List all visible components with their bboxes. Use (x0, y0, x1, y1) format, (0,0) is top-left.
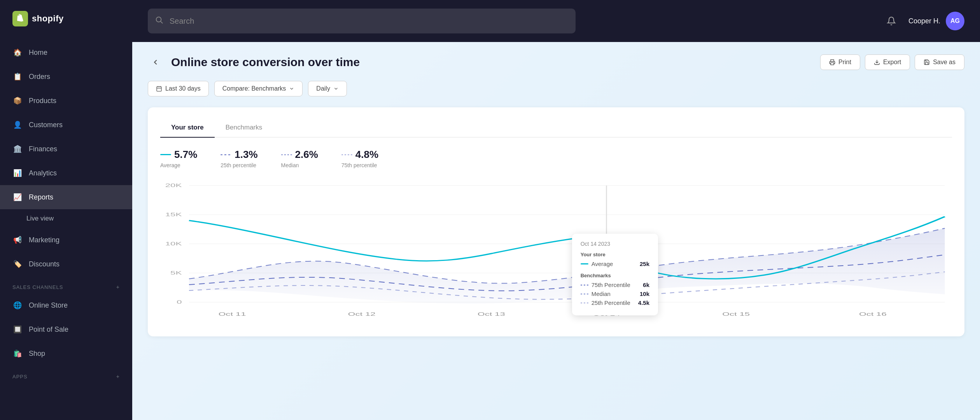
metric-average-value: 5.7% (160, 149, 197, 161)
sales-channels-section: Sales channels + (0, 276, 132, 293)
svg-text:10K: 10K (165, 241, 182, 247)
shop-icon: 🛍️ (12, 348, 23, 359)
shopify-logo-icon (12, 11, 28, 26)
discounts-icon: 🏷️ (12, 259, 23, 269)
median-line-indicator (281, 154, 292, 155)
tooltip-average-label-wrap: Average (581, 261, 613, 267)
svg-text:Oct 16: Oct 16 (859, 312, 887, 317)
tooltip-median-row: Median 10k (581, 290, 649, 297)
sales-channels-expand-icon[interactable]: + (116, 284, 120, 290)
svg-text:Oct 11: Oct 11 (219, 312, 246, 317)
svg-rect-4 (157, 87, 161, 91)
sidebar-item-products[interactable]: 📦 Products (0, 89, 132, 113)
metric-average-label: Average (160, 162, 197, 168)
main-content: Cooper H. AG Online store conversion ove… (132, 0, 980, 420)
tooltip-p25-label: 25th Percentile (592, 299, 630, 306)
tab-your-store[interactable]: Your store (160, 118, 215, 138)
tooltip-average-row: Average 25k (581, 261, 649, 267)
date-range-label: Last 30 days (165, 85, 201, 92)
tooltip-median-label: Median (592, 290, 611, 297)
sidebar-item-analytics[interactable]: 📊 Analytics (0, 161, 132, 185)
report-title-row: Online store conversion over time (148, 54, 360, 70)
customers-icon: 👤 (12, 120, 23, 130)
svg-point-0 (156, 17, 161, 22)
search-input[interactable] (148, 9, 576, 33)
export-button[interactable]: Export (865, 54, 910, 70)
sidebar-item-orders[interactable]: 📋 Orders (0, 65, 132, 89)
svg-text:15K: 15K (165, 212, 182, 217)
shopify-logo-text: shopify (32, 14, 64, 24)
sidebar-item-label-discounts: Discounts (29, 260, 60, 268)
sidebar-item-label-live-view: Live view (26, 215, 54, 222)
frequency-filter[interactable]: Daily (308, 81, 347, 96)
chart-area: 20K 15K 10K 5K 0 (160, 178, 952, 326)
sidebar-item-online-store[interactable]: 🌐 Online Store (0, 293, 132, 317)
tooltip-p75-label-wrap: 75th Percentile (581, 282, 630, 288)
sidebar-nav: 🏠 Home 📋 Orders 📦 Products 👤 Customers 🏛… (0, 37, 132, 420)
sidebar-item-label-point-of-sale: Point of Sale (29, 326, 68, 334)
svg-line-1 (161, 21, 163, 23)
metric-median: 2.6% Median (281, 149, 318, 168)
save-as-button[interactable]: Save as (915, 54, 964, 70)
compare-label: Compare: Benchmarks (222, 85, 286, 92)
sidebar-item-live-view[interactable]: Live view (0, 209, 132, 228)
tooltip-median-line (581, 294, 588, 294)
user-profile[interactable]: Cooper H. AG (908, 12, 964, 30)
user-name: Cooper H. (908, 17, 940, 25)
apps-section: Apps + (0, 366, 132, 383)
sidebar-item-label-shop: Shop (29, 350, 45, 358)
apps-expand-icon[interactable]: + (116, 373, 120, 380)
sidebar-item-discounts[interactable]: 🏷️ Discounts (0, 252, 132, 276)
report-page: Online store conversion over time Print (132, 42, 980, 420)
chart-tooltip: Oct 14 2023 Your store Average 25k Bench… (572, 234, 658, 315)
back-button[interactable] (148, 54, 163, 70)
tab-benchmarks[interactable]: Benchmarks (215, 118, 273, 138)
analytics-icon: 📊 (12, 168, 23, 178)
products-icon: 📦 (12, 96, 23, 106)
report-title: Online store conversion over time (171, 56, 360, 69)
metric-25th-value: 1.3% (220, 149, 257, 161)
tooltip-p75-row: 75th Percentile 6k (581, 282, 649, 288)
tooltip-median-value: 10k (640, 290, 649, 297)
topbar: Cooper H. AG (132, 0, 980, 42)
marketing-icon: 📢 (12, 235, 23, 245)
compare-filter[interactable]: Compare: Benchmarks (214, 81, 303, 96)
print-button[interactable]: Print (820, 54, 860, 70)
print-label: Print (838, 59, 851, 66)
search-container (148, 9, 576, 33)
metric-median-value: 2.6% (281, 149, 318, 161)
sidebar-item-customers[interactable]: 👤 Customers (0, 113, 132, 137)
metric-median-label: Median (281, 162, 318, 168)
notification-button[interactable] (882, 12, 901, 30)
orders-icon: 📋 (12, 72, 23, 82)
chart-metrics: 5.7% Average 1.3% 25th percentile 2.6% (160, 149, 952, 168)
shopify-logo[interactable]: shopify (12, 11, 64, 26)
sales-channels-label: Sales channels (12, 284, 63, 290)
sidebar-item-label-online-store: Online Store (29, 301, 68, 310)
metric-75th-label: 75th percentile (341, 162, 378, 168)
metric-25th-label: 25th percentile (220, 162, 257, 168)
25th-line-indicator (220, 154, 231, 155)
metric-average: 5.7% Average (160, 149, 197, 168)
tooltip-p25-label-wrap: 25th Percentile (581, 299, 630, 306)
sidebar-item-label-marketing: Marketing (29, 236, 60, 244)
tooltip-average-line (581, 263, 588, 264)
sidebar-item-shop[interactable]: 🛍️ Shop (0, 341, 132, 366)
metric-25th: 1.3% 25th percentile (220, 149, 257, 168)
sidebar-item-label-products: Products (29, 97, 56, 105)
sidebar-item-point-of-sale[interactable]: 🔲 Point of Sale (0, 317, 132, 341)
reports-icon: 📈 (12, 192, 23, 202)
tooltip-your-store-label: Your store (581, 252, 649, 257)
svg-text:Oct 13: Oct 13 (478, 312, 505, 317)
report-header: Online store conversion over time Print (148, 54, 964, 70)
sidebar-item-finances[interactable]: 🏛️ Finances (0, 137, 132, 161)
export-label: Export (883, 59, 901, 66)
tooltip-p25-value: 4.5k (638, 299, 649, 306)
topbar-actions: Cooper H. AG (882, 12, 964, 30)
tooltip-average-value: 25k (640, 261, 649, 267)
sidebar-item-reports[interactable]: 📈 Reports (0, 185, 132, 209)
save-as-label: Save as (933, 59, 956, 66)
sidebar-item-marketing[interactable]: 📢 Marketing (0, 228, 132, 252)
sidebar-item-home[interactable]: 🏠 Home (0, 40, 132, 65)
date-range-filter[interactable]: Last 30 days (148, 81, 209, 96)
